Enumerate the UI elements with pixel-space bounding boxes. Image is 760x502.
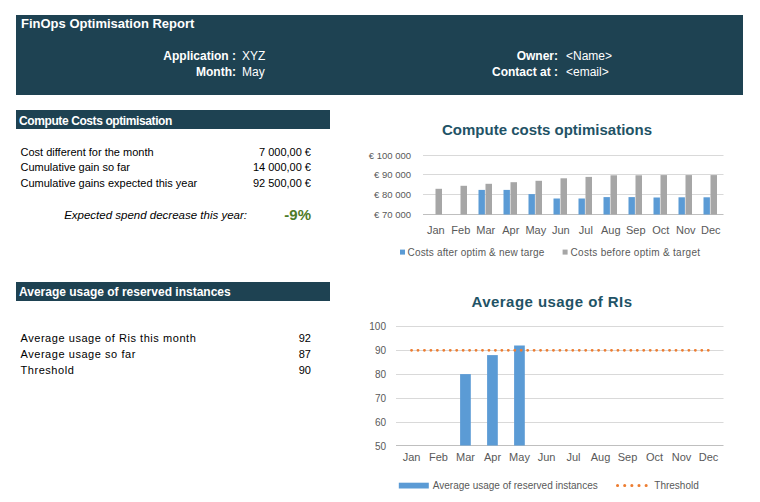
svg-text:Jan: Jan [427, 224, 445, 236]
svg-text:90: 90 [299, 364, 311, 376]
svg-text:€ 90 000: € 90 000 [374, 169, 411, 180]
svg-text:Apr: Apr [502, 224, 519, 236]
svg-text:Apr: Apr [484, 451, 501, 463]
svg-text:Sep: Sep [626, 224, 646, 236]
svg-text:80: 80 [375, 369, 387, 380]
svg-text:Aug: Aug [601, 224, 621, 236]
svg-text:Threshold: Threshold [21, 364, 75, 376]
svg-text:Application :: Application : [163, 49, 236, 63]
svg-text:-9%: -9% [284, 206, 311, 223]
svg-text:€ 100 000: € 100 000 [369, 150, 411, 161]
svg-text:Costs before optim & target: Costs before optim & target [571, 247, 701, 258]
svg-text:92 500,00 €: 92 500,00 € [253, 177, 311, 189]
svg-text:50: 50 [375, 441, 387, 452]
svg-text:<email>: <email> [566, 65, 609, 79]
svg-text:Costs after optim & new targe: Costs after optim & new targe [408, 247, 545, 258]
svg-text:Nov: Nov [672, 451, 692, 463]
svg-text:Jul: Jul [566, 451, 580, 463]
svg-text:FinOps Optimisation Report: FinOps Optimisation Report [21, 16, 195, 31]
svg-text:€ 80 000: € 80 000 [374, 189, 411, 200]
svg-text:Contact at :: Contact at : [492, 65, 558, 79]
svg-text:Cumulative gain so far: Cumulative gain so far [21, 161, 131, 173]
svg-text:Jan: Jan [403, 451, 421, 463]
svg-text:€ 70 000: € 70 000 [374, 209, 411, 220]
svg-text:Dec: Dec [701, 224, 721, 236]
svg-text:90: 90 [375, 345, 387, 356]
svg-text:May: May [509, 451, 530, 463]
svg-text:XYZ: XYZ [242, 49, 265, 63]
svg-text:Oct: Oct [646, 451, 663, 463]
svg-text:Average usage of reserved inst: Average usage of reserved instances [433, 480, 598, 491]
svg-text:Average usage of RIs: Average usage of RIs [472, 293, 633, 310]
svg-text:7 000,00 €: 7 000,00 € [259, 146, 311, 158]
svg-text:92: 92 [299, 332, 311, 344]
svg-text:Average usage of Ris this mont: Average usage of Ris this month [21, 332, 197, 344]
svg-text:May: May [525, 224, 546, 236]
svg-text:May: May [242, 65, 265, 79]
svg-text:Dec: Dec [699, 451, 719, 463]
svg-text:Average usage so far: Average usage so far [21, 348, 136, 360]
svg-text:Mar: Mar [456, 451, 475, 463]
svg-text:Month:: Month: [196, 65, 236, 79]
svg-text:Compute costs optimisations: Compute costs optimisations [442, 121, 652, 138]
svg-text:Oct: Oct [652, 224, 669, 236]
svg-text:Jun: Jun [538, 451, 556, 463]
svg-text:Feb: Feb [451, 224, 470, 236]
svg-text:Expected spend decrease this y: Expected spend decrease this year: [64, 209, 247, 221]
svg-text:87: 87 [299, 348, 311, 360]
svg-text:Aug: Aug [591, 451, 611, 463]
svg-text:Threshold: Threshold [654, 480, 698, 491]
svg-text:Cost different for the month: Cost different for the month [21, 146, 154, 158]
svg-text:Cumulative gains expected this: Cumulative gains expected this year [21, 177, 198, 189]
svg-text:Average usage of reserved inst: Average usage of reserved instances [19, 285, 231, 299]
svg-text:Mar: Mar [476, 224, 495, 236]
svg-text:70: 70 [375, 393, 387, 404]
svg-text:Feb: Feb [429, 451, 448, 463]
svg-text:60: 60 [375, 417, 387, 428]
svg-text:Owner:: Owner: [517, 49, 558, 63]
svg-text:Jun: Jun [552, 224, 570, 236]
svg-text:100: 100 [369, 321, 386, 332]
svg-text:Compute Costs optimisation: Compute Costs optimisation [19, 114, 172, 128]
svg-text:<Name>: <Name> [566, 49, 612, 63]
svg-text:14 000,00 €: 14 000,00 € [253, 161, 311, 173]
svg-text:Nov: Nov [676, 224, 696, 236]
svg-text:Jul: Jul [579, 224, 593, 236]
svg-text:Sep: Sep [618, 451, 638, 463]
